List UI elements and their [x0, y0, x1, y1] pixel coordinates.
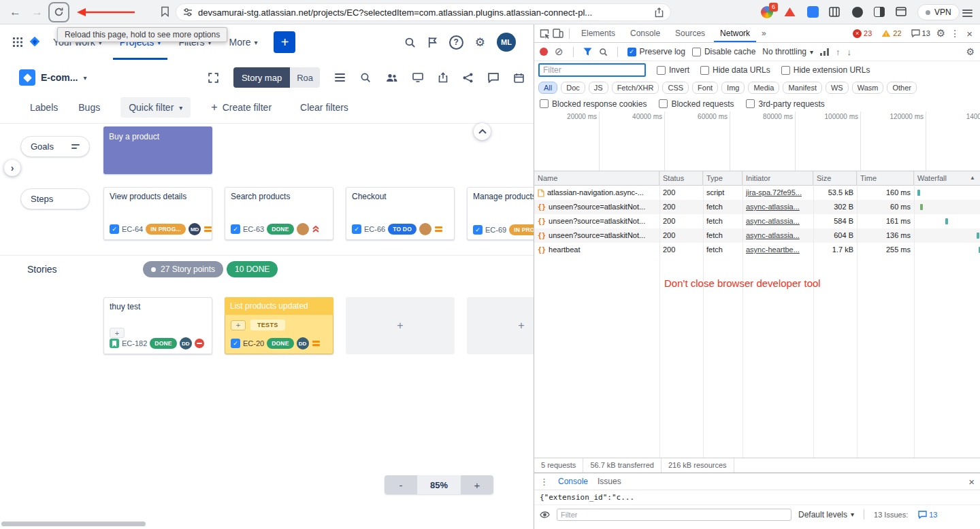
story-card-selected[interactable]: List products updated + TESTS ✓ EC-20 DO…	[225, 297, 333, 354]
filter-type-wasm[interactable]: Wasm	[852, 82, 884, 94]
people-icon[interactable]	[386, 73, 397, 82]
forward-icon[interactable]: →	[31, 5, 43, 19]
network-filter-input[interactable]	[538, 63, 646, 77]
network-conditions-icon[interactable]	[820, 48, 829, 56]
project-name[interactable]: E-com...	[41, 72, 78, 83]
goal-card[interactable]: Buy a product	[103, 126, 212, 174]
error-badge[interactable]: × 23	[853, 29, 872, 38]
preserve-log-checkbox[interactable]: ✓ Preserve log	[627, 47, 685, 56]
filter-type-css[interactable]: CSS	[662, 82, 689, 94]
filter-type-media[interactable]: Media	[748, 82, 779, 94]
rows-icon[interactable]	[335, 73, 345, 82]
filter-type-manifest[interactable]: Manifest	[783, 82, 822, 94]
drawer-menu-icon[interactable]: ⋮	[540, 477, 549, 487]
create-filter-button[interactable]: + Create filter	[211, 101, 272, 114]
window-panel-icon[interactable]	[896, 7, 906, 16]
step-card[interactable]: View products details ✓ EC-64 IN PROG...…	[103, 187, 212, 240]
filter-type-other[interactable]: Other	[887, 82, 917, 94]
network-request-row[interactable]: {}unseen?source=atlaskitNot... 200 fetch…	[534, 228, 980, 243]
board-search-icon[interactable]	[360, 72, 371, 83]
network-settings-icon[interactable]: ⚙	[966, 46, 975, 57]
add-label-button[interactable]: +	[231, 320, 246, 330]
col-waterfall[interactable]: Waterfall ▲	[914, 171, 980, 185]
eye-icon[interactable]	[540, 511, 550, 518]
network-request-row[interactable]: {}unseen?source=atlaskitNot... 200 fetch…	[534, 200, 980, 214]
log-levels-select[interactable]: Default levels ▾	[798, 510, 854, 519]
more-tabs-icon[interactable]: »	[759, 25, 769, 42]
throttling-select[interactable]: No throttling ▾	[762, 47, 813, 56]
device-toolbar-icon[interactable]	[553, 29, 564, 38]
inspect-icon[interactable]	[540, 29, 550, 39]
comment-icon[interactable]	[488, 73, 499, 83]
labels-filter[interactable]: Labels	[30, 102, 58, 113]
request-initiator[interactable]: async-heartbe...	[742, 243, 813, 257]
card-checkbox[interactable]: ✓	[231, 339, 240, 348]
reload-button[interactable]	[54, 7, 64, 17]
zoom-in-button[interactable]: +	[461, 475, 493, 494]
extension-circle-icon[interactable]	[852, 7, 863, 18]
add-card-placeholder[interactable]: +	[467, 297, 534, 354]
assignee-avatar[interactable]	[419, 223, 431, 235]
filter-type-all[interactable]: All	[538, 82, 557, 94]
drawer-close-icon[interactable]: ×	[968, 476, 975, 488]
calendar-icon[interactable]	[514, 73, 524, 83]
tab-elements[interactable]: Elements	[575, 25, 621, 42]
col-size[interactable]: Size	[813, 171, 857, 185]
col-initiator[interactable]: Initiator	[742, 171, 813, 185]
add-label-button[interactable]: +	[110, 328, 125, 338]
storymap-view-button[interactable]: Story map	[233, 67, 290, 88]
add-card-placeholder[interactable]: +	[346, 297, 455, 354]
warning-badge[interactable]: ! 22	[881, 29, 901, 37]
devtools-menu-icon[interactable]: ⋮	[948, 28, 962, 39]
devtools-settings-icon[interactable]: ⚙	[936, 27, 945, 39]
nav-more[interactable]: More▾	[223, 24, 265, 60]
clear-icon[interactable]: ⊘	[555, 47, 564, 56]
col-type[interactable]: Type	[703, 171, 742, 185]
app-switcher-icon[interactable]	[12, 37, 23, 48]
roadmap-view-button[interactable]: Roa	[290, 67, 320, 88]
extension-blue-icon[interactable]	[807, 6, 819, 18]
request-initiator[interactable]: async-atlassia...	[742, 228, 813, 243]
request-initiator[interactable]: async-atlassia...	[742, 200, 813, 214]
sidebar-toggle-icon[interactable]	[874, 7, 885, 17]
request-initiator[interactable]: jira-spa.72fe95...	[742, 186, 813, 200]
export-icon[interactable]	[438, 72, 448, 83]
label-tag[interactable]: TESTS	[250, 320, 285, 330]
presentation-icon[interactable]	[412, 73, 423, 82]
drawer-tab-console[interactable]: Console	[558, 477, 588, 486]
blocked-response-cookies-checkbox[interactable]: Blocked response cookies	[540, 99, 647, 109]
quick-filter-dropdown[interactable]: Quick filter ▾	[120, 97, 191, 118]
extension-board-icon[interactable]	[829, 7, 840, 17]
filter-toggle-icon[interactable]	[583, 48, 592, 56]
col-name[interactable]: Name	[534, 171, 659, 185]
extension-triangle-icon[interactable]	[784, 7, 796, 17]
issues-counter[interactable]: 13	[918, 511, 937, 519]
col-time[interactable]: Time	[857, 171, 914, 185]
filter-type-doc[interactable]: Doc	[561, 82, 585, 94]
network-timeline-ruler[interactable]: 20000 ms 40000 ms 60000 ms 80000 ms 1000…	[534, 112, 980, 171]
step-card[interactable]: Manage products ✓ EC-69 IN PROG...	[467, 187, 534, 240]
bookmark-icon[interactable]	[161, 6, 169, 17]
filter-type-fetch[interactable]: Fetch/XHR	[612, 82, 659, 94]
share-icon[interactable]	[463, 73, 473, 83]
console-log-line[interactable]: {"extension_id":"c...	[534, 490, 980, 505]
share-page-icon[interactable]	[655, 7, 664, 18]
fullscreen-icon[interactable]	[208, 73, 218, 83]
network-request-row[interactable]: {}unseen?source=atlaskitNot... 200 fetch…	[534, 214, 980, 228]
vpn-button[interactable]: VPN	[917, 4, 960, 20]
bugs-filter[interactable]: Bugs	[78, 102, 100, 113]
assignee-avatar[interactable]: DD	[180, 337, 192, 349]
clear-filters-button[interactable]: Clear filters	[300, 102, 348, 113]
network-request-row[interactable]: {}heartbeat 200 fetch async-heartbe... 1…	[534, 243, 980, 257]
filter-type-img[interactable]: Img	[721, 82, 745, 94]
third-party-requests-checkbox[interactable]: 3rd-party requests	[746, 99, 824, 109]
user-avatar[interactable]: ML	[497, 33, 516, 52]
scroll-top-button[interactable]	[474, 123, 491, 140]
network-search-icon[interactable]	[599, 48, 608, 56]
project-avatar[interactable]	[19, 69, 35, 86]
invert-checkbox[interactable]: Invert	[657, 65, 689, 75]
col-status[interactable]: Status	[659, 171, 703, 185]
goals-row-header[interactable]: Goals	[20, 136, 90, 157]
filter-type-font[interactable]: Font	[692, 82, 718, 94]
blocked-requests-checkbox[interactable]: Blocked requests	[659, 99, 734, 109]
